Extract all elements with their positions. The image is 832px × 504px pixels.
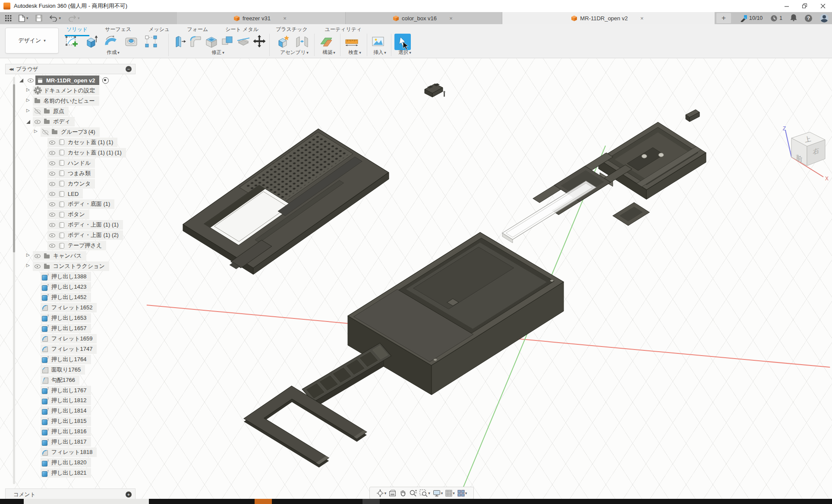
visibility-eye-icon[interactable]: [34, 253, 41, 259]
row-label: ボディ・上面 (1) (1): [68, 221, 119, 229]
browser-row[interactable]: ボタン: [41, 210, 89, 219]
expand-arrow-icon[interactable]: [26, 264, 31, 269]
browser-row[interactable]: 押し出し1817: [34, 437, 91, 447]
browser-row[interactable]: 押し出し1815: [34, 416, 91, 426]
part-bottom-case[interactable]: [599, 122, 706, 199]
grid-settings-button[interactable]: ▾: [445, 490, 455, 497]
expand-arrow-icon[interactable]: [26, 98, 31, 104]
taskbar-app-segment[interactable]: [362, 499, 380, 504]
browser-row[interactable]: 押し出し1767: [34, 386, 91, 395]
taskbar-active-app-segment[interactable]: [255, 499, 272, 504]
visibility-eye-icon[interactable]: [34, 119, 41, 125]
browser-row[interactable]: フィレット1818: [34, 447, 97, 457]
browser-row[interactable]: コンストラクション: [26, 261, 109, 271]
browser-row[interactable]: ボディ・底面 (1): [41, 199, 114, 209]
browser-row[interactable]: ボディ・上面 (1) (2): [41, 230, 123, 240]
browser-row[interactable]: ドキュメントの設定: [26, 86, 99, 95]
row-type-icon: [42, 356, 49, 362]
browser-row[interactable]: 押し出し1653: [34, 313, 91, 323]
browser-row[interactable]: カセット蓋 (1) (1): [41, 138, 117, 147]
visibility-eye-icon[interactable]: [49, 201, 56, 207]
visibility-eye-icon[interactable]: [49, 232, 56, 238]
browser-row[interactable]: 面取り1765: [34, 365, 85, 375]
add-comment-icon[interactable]: +: [126, 491, 132, 498]
part-main-body[interactable]: [348, 233, 564, 395]
visibility-eye-icon[interactable]: [49, 170, 56, 176]
browser-row[interactable]: つまみ類: [41, 169, 95, 178]
part-handle[interactable]: [244, 386, 367, 467]
expand-arrow-icon[interactable]: [26, 109, 31, 114]
browser-row[interactable]: 押し出し1388: [34, 272, 91, 281]
browser-row[interactable]: カセット蓋 (1) (1) (1): [41, 148, 126, 158]
browser-row[interactable]: 押し出し1820: [34, 458, 91, 467]
row-type-icon: [58, 201, 65, 208]
browser-row[interactable]: ハンドル: [41, 158, 95, 168]
browser-row[interactable]: グループ3 (4): [34, 127, 100, 137]
browser-row[interactable]: ボディ・上面 (1) (1): [41, 220, 123, 230]
browser-row[interactable]: 押し出し1814: [34, 406, 91, 416]
display-settings-button[interactable]: ▾: [433, 490, 443, 497]
pan-button[interactable]: [399, 489, 407, 497]
visibility-eye-icon[interactable]: [34, 263, 41, 269]
viewports-button[interactable]: ▾: [457, 490, 467, 497]
visibility-eye-icon[interactable]: [34, 108, 41, 114]
expand-arrow-icon[interactable]: [34, 129, 39, 135]
browser-row[interactable]: フィレット1659: [34, 334, 97, 343]
browser-row[interactable]: 名前の付いたビュー: [26, 96, 99, 106]
visibility-eye-icon[interactable]: [49, 211, 56, 217]
row-label: ハンドル: [68, 159, 91, 167]
row-label: 押し出し1423: [51, 283, 87, 291]
row-type-icon: [42, 449, 49, 456]
expand-arrow-icon[interactable]: [26, 88, 31, 93]
browser-row[interactable]: LED: [41, 189, 83, 198]
row-label: 押し出し1816: [51, 428, 87, 435]
row-type-icon: [42, 346, 49, 352]
visibility-eye-icon[interactable]: [49, 160, 56, 166]
browser-row[interactable]: 勾配1766: [34, 375, 79, 385]
visibility-eye-icon[interactable]: [49, 150, 56, 156]
activate-component-radio[interactable]: [102, 77, 109, 84]
look-at-button[interactable]: [389, 490, 397, 497]
part-top-panel[interactable]: [174, 129, 389, 274]
browser-row[interactable]: 押し出し1764: [34, 355, 91, 364]
row-type-icon: [44, 118, 50, 125]
row-type-icon: [42, 439, 49, 445]
view-cube[interactable]: 上 前 右 Z X: [777, 125, 832, 184]
expand-arrow-icon[interactable]: [19, 78, 24, 83]
browser-row[interactable]: フィレット1652: [34, 303, 97, 312]
visibility-eye-icon[interactable]: [49, 139, 56, 145]
expand-arrow-icon[interactable]: [26, 119, 31, 124]
visibility-eye-icon[interactable]: [27, 77, 34, 83]
browser-row[interactable]: 押し出し1452: [34, 293, 91, 302]
browser-row[interactable]: 押し出し1657: [34, 324, 91, 333]
browser-row[interactable]: 押し出し1816: [34, 427, 91, 436]
browser-row[interactable]: テープ押さえ: [41, 241, 106, 250]
browser-row[interactable]: MR-11DR_open v2: [19, 76, 109, 85]
browser-row[interactable]: 押し出し1423: [34, 282, 91, 292]
part-small-wedge[interactable]: [686, 110, 700, 122]
browser-row[interactable]: 押し出し1812: [34, 396, 91, 405]
browser-row[interactable]: ボディ: [26, 117, 75, 126]
row-type-icon: [58, 160, 65, 166]
visibility-eye-icon[interactable]: [42, 129, 49, 135]
row-label: カセット蓋 (1) (1) (1): [68, 149, 122, 157]
visibility-eye-icon[interactable]: [49, 191, 56, 197]
browser-row[interactable]: 原点: [26, 107, 69, 116]
visibility-eye-icon[interactable]: [49, 181, 56, 187]
row-label: フィレット1818: [51, 448, 92, 456]
part-small-clip[interactable]: [425, 83, 445, 97]
browser-row[interactable]: キャンバス: [26, 251, 86, 261]
row-type-icon: [42, 284, 49, 290]
browser-row[interactable]: フィレット1747: [34, 344, 97, 354]
part-button-strip[interactable]: [302, 343, 391, 408]
os-taskbar: [0, 499, 832, 504]
expand-arrow-icon[interactable]: [26, 253, 31, 258]
visibility-eye-icon[interactable]: [49, 222, 56, 228]
zoom-button[interactable]: [409, 489, 417, 497]
visibility-eye-icon[interactable]: [49, 243, 56, 249]
orbit-button[interactable]: ▾: [376, 489, 387, 497]
browser-row[interactable]: カウンタ: [41, 179, 95, 189]
browser-row[interactable]: 押し出し1821: [34, 468, 91, 478]
taskbar-window-segment[interactable]: [24, 499, 149, 504]
zoom-window-button[interactable]: ▾: [419, 489, 430, 497]
